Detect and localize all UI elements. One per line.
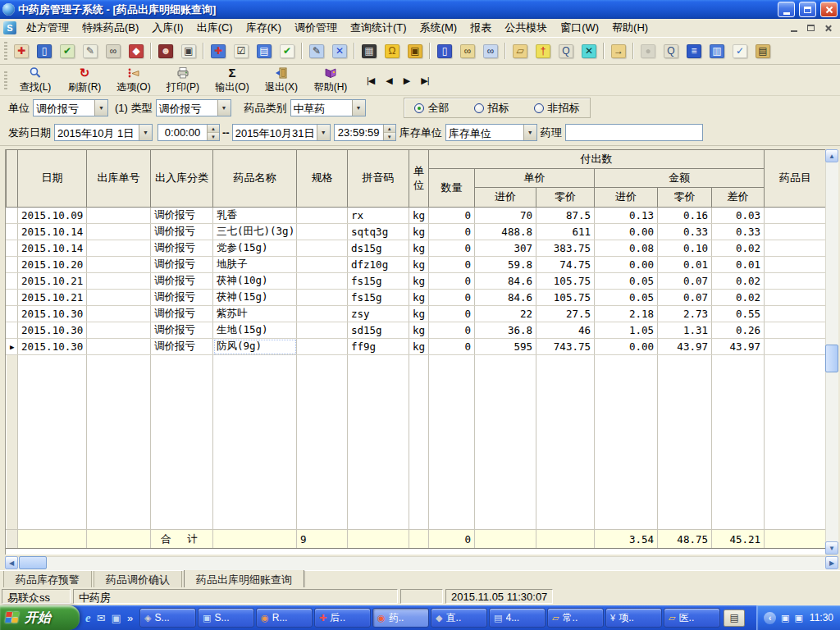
type-combo[interactable]: 调价报亏 ▼ (156, 99, 231, 116)
row-selector-cell[interactable] (7, 290, 18, 306)
radio-option[interactable]: 招标 (474, 101, 509, 116)
cell-date[interactable]: 2015.10.14 (18, 240, 87, 257)
cell-purchase-price[interactable]: 307 (475, 240, 536, 257)
taskbar-button[interactable]: ◉ R... (256, 608, 313, 628)
cell-date[interactable]: 2015.10.14 (18, 224, 87, 240)
cell-retail-amount[interactable]: 43.97 (658, 339, 712, 355)
approve-pad-icon[interactable]: ✔ (57, 40, 78, 62)
cell-drug-name[interactable]: 地肤子 (213, 257, 297, 273)
cell-catalog[interactable] (765, 322, 825, 339)
cell-diff-amount[interactable]: 0.02 (712, 240, 765, 257)
cell-purchase-price[interactable]: 70 (475, 208, 536, 224)
cell-retail-price[interactable]: 383.75 (536, 240, 595, 257)
toolbar-grip[interactable] (4, 42, 7, 60)
cell-purchase-price[interactable]: 488.8 (475, 224, 536, 240)
cell-unit[interactable]: kg (409, 240, 429, 257)
bell-icon[interactable]: Ω (381, 40, 403, 62)
cell-retail-amount[interactable]: 0.07 (658, 273, 712, 290)
cell-io-category[interactable]: 调价报亏 (151, 273, 213, 290)
cell-diff-amount[interactable]: 0.02 (712, 273, 765, 290)
cell-qty[interactable]: 0 (429, 339, 475, 355)
thermometer-icon[interactable]: † (532, 40, 554, 62)
scroll-down-icon[interactable]: ▼ (825, 541, 838, 555)
cell-catalog[interactable] (765, 306, 825, 322)
cell-retail-amount[interactable]: 2.73 (658, 306, 712, 322)
cell-spec[interactable] (297, 273, 348, 290)
cell-drug-name[interactable]: 紫苏叶 (213, 306, 297, 322)
menu-item[interactable]: 调价管理 (288, 18, 344, 38)
cell-unit[interactable]: kg (409, 290, 429, 306)
menu-item[interactable]: 特殊药品(B) (75, 18, 145, 38)
cell-retail-price[interactable]: 87.5 (536, 208, 595, 224)
network-icon[interactable]: ▣ (781, 614, 789, 623)
cell-qty[interactable]: 0 (429, 306, 475, 322)
chevron-down-icon[interactable]: ▼ (94, 100, 107, 116)
vertical-scroll-thumb[interactable] (825, 345, 838, 372)
cell-purchase-amount[interactable]: 0.00 (595, 224, 658, 240)
toolbar-grip-2[interactable] (4, 71, 7, 89)
input-method-button[interactable]: ▤ (724, 609, 745, 627)
menu-item[interactable]: 窗口(W) (554, 18, 605, 38)
horizontal-scroll-thumb[interactable] (19, 556, 47, 569)
page-verify-icon[interactable]: ✓ (729, 40, 751, 62)
taskbar-button[interactable]: ◈ S... (139, 608, 196, 628)
cell-spec[interactable] (297, 290, 348, 306)
cascade-windows-icon[interactable]: ▥ (706, 40, 728, 62)
cell-io-category[interactable]: 调价报亏 (151, 306, 213, 322)
cell-spec[interactable] (297, 224, 348, 240)
cell-io-category[interactable]: 调价报亏 (151, 322, 213, 339)
cell-drug-name[interactable]: 茯神(15g) (213, 290, 297, 306)
cell-pinyin[interactable]: rx (348, 208, 409, 224)
menu-item[interactable]: 入库(I) (145, 18, 189, 38)
cell-order-no[interactable] (87, 208, 151, 224)
cell-purchase-price[interactable]: 84.6 (475, 290, 536, 306)
folder-search-icon[interactable]: ∞ (457, 40, 478, 62)
cell-purchase-price[interactable]: 36.8 (475, 322, 536, 339)
cell-catalog[interactable] (765, 257, 825, 273)
date-from-picker[interactable]: 2015年10月 1日 ▼ (54, 124, 153, 141)
cell-retail-price[interactable]: 74.75 (536, 257, 595, 273)
edit-note-icon[interactable]: ✎ (80, 40, 101, 62)
cell-retail-price[interactable]: 105.75 (536, 273, 595, 290)
cell-unit[interactable]: kg (409, 273, 429, 290)
cell-unit[interactable]: kg (409, 208, 429, 224)
chevron-down-icon[interactable]: ▼ (352, 100, 365, 116)
cell-purchase-price[interactable]: 595 (475, 339, 536, 355)
mdi-close-button[interactable] (821, 22, 835, 34)
cell-io-category[interactable]: 调价报亏 (151, 257, 213, 273)
book-search-icon[interactable]: ◆ (126, 40, 147, 62)
cell-qty[interactable]: 0 (429, 322, 475, 339)
stock-unit-combo[interactable]: 库存单位 ▼ (445, 124, 537, 141)
menu-item[interactable]: 处方管理 (20, 18, 75, 38)
row-selector-cell[interactable] (7, 273, 18, 290)
horizontal-scrollbar[interactable]: ◀ ▶ (5, 556, 838, 570)
first-aid-kit-icon[interactable]: ✚ (11, 40, 32, 62)
drug-class-combo[interactable]: 中草药 ▼ (290, 99, 366, 116)
cell-date[interactable]: 2015.10.20 (18, 257, 87, 273)
cell-drug-name[interactable]: 三七(田七)(3g) (213, 224, 297, 240)
time-from-field[interactable]: 0:00:00 ▲▼ (158, 124, 220, 141)
medicine-bottle-icon[interactable]: ▯ (34, 40, 55, 62)
window-search-icon[interactable]: ∞ (480, 40, 501, 62)
cell-pinyin[interactable]: zsy (348, 306, 409, 322)
cell-spec[interactable] (297, 257, 348, 273)
scroll-up-icon[interactable]: ▲ (825, 149, 838, 162)
cell-spec[interactable] (297, 208, 348, 224)
next-record-button[interactable]: ▶ (404, 75, 409, 86)
menu-item[interactable]: 出库(C) (190, 18, 240, 38)
cell-spec[interactable] (297, 322, 348, 339)
cell-retail-price[interactable]: 611 (536, 224, 595, 240)
time-to-field[interactable]: 23:59:59 ▲▼ (334, 124, 396, 141)
cell-catalog[interactable] (765, 240, 825, 257)
cell-catalog[interactable] (765, 224, 825, 240)
list-view-icon[interactable]: ≡ (683, 40, 705, 62)
taskbar-button[interactable]: ▣ S... (198, 608, 254, 628)
tray-chevron-icon[interactable]: ‹ (764, 612, 776, 624)
cell-retail-amount[interactable]: 0.01 (658, 257, 712, 273)
last-record-button[interactable]: ▶| (421, 75, 428, 86)
cell-purchase-amount[interactable]: 0.13 (595, 208, 658, 224)
cell-io-category[interactable]: 调价报亏 (151, 339, 213, 355)
vertical-scrollbar[interactable]: ▲ ▼ (825, 149, 838, 555)
cell-order-no[interactable] (87, 306, 151, 322)
close-box-icon[interactable]: ✕ (578, 40, 600, 62)
